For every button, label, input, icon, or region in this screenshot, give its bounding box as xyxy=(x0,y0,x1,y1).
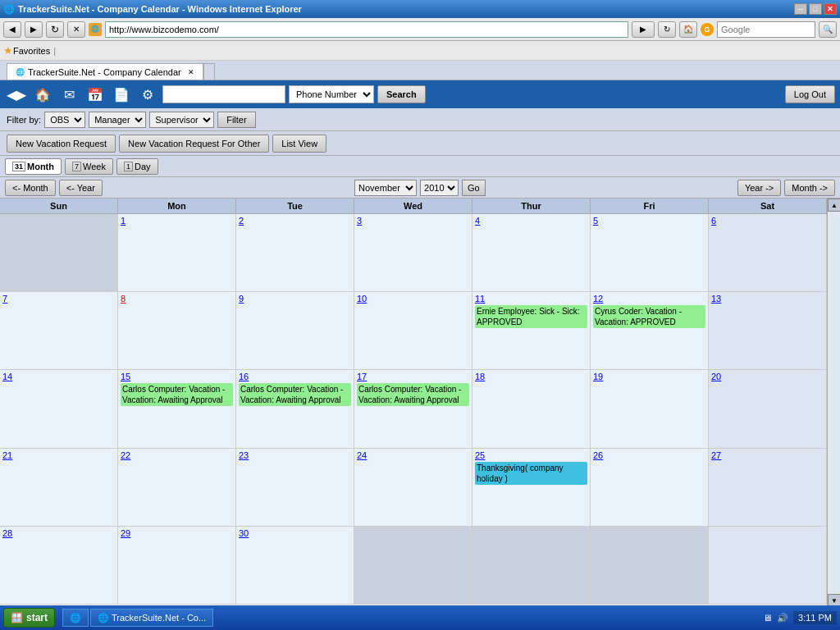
cal-date-link[interactable]: 4 xyxy=(475,216,480,226)
toolbar-icon-expand[interactable]: ◀▶ xyxy=(5,83,28,106)
calendar-wrapper: Sun Mon Tue Wed Thur Fri Sat 12345678910… xyxy=(0,199,827,607)
cal-date-link[interactable]: 22 xyxy=(121,450,130,460)
list-view-btn[interactable]: List View xyxy=(272,135,326,153)
new-vacation-other-btn[interactable]: New Vacation Request For Other xyxy=(119,135,269,153)
cal-date-link[interactable]: 9 xyxy=(239,294,244,304)
cal-date-link[interactable]: 20 xyxy=(711,372,721,381)
cal-cell: 30 xyxy=(236,527,354,605)
new-tab-btn[interactable] xyxy=(203,63,215,80)
toolbar-icon-home[interactable]: 🏠 xyxy=(31,83,54,106)
cal-date-link[interactable]: 24 xyxy=(357,450,367,460)
cal-date-link[interactable]: 11 xyxy=(475,294,485,304)
cal-date-link[interactable]: 7 xyxy=(2,294,7,304)
cal-date-link[interactable]: 21 xyxy=(2,450,12,460)
cal-cell: 5 xyxy=(591,214,709,292)
toolbar-icon-doc[interactable]: 📄 xyxy=(110,83,133,106)
cal-event[interactable]: Cyrus Coder: Vacation - Vacation: APPROV… xyxy=(593,305,705,328)
cal-date-link[interactable]: 29 xyxy=(121,528,130,538)
toolbar-icon-settings[interactable]: ⚙ xyxy=(136,83,159,106)
month-view-tab[interactable]: 31 Month xyxy=(5,158,62,175)
filter-bar: Filter by: OBS Manager Supervisor Filter xyxy=(0,108,840,131)
cal-date-link[interactable]: 3 xyxy=(357,216,362,226)
obs-select[interactable]: OBS xyxy=(44,112,85,128)
prev-month-btn[interactable]: <- Month xyxy=(5,180,56,196)
stop-btn[interactable]: ✕ xyxy=(67,21,85,38)
supervisor-select[interactable]: Supervisor xyxy=(149,112,214,128)
restore-btn[interactable]: □ xyxy=(809,3,822,15)
month-icon: 31 xyxy=(12,162,25,171)
cal-date-link[interactable]: 5 xyxy=(593,216,598,226)
cal-date-link[interactable]: 28 xyxy=(2,528,12,538)
start-button[interactable]: 🪟 start xyxy=(3,608,55,628)
new-vacation-btn[interactable]: New Vacation Request xyxy=(7,135,116,153)
cal-date-link[interactable]: 30 xyxy=(239,528,249,538)
forward-btn[interactable]: ▶ xyxy=(25,21,43,38)
day-view-tab[interactable]: 1 Day xyxy=(116,158,158,175)
filter-button[interactable]: Filter xyxy=(217,112,255,128)
toolbar-icon-mail[interactable]: ✉ xyxy=(57,83,80,106)
cal-cell: 8 xyxy=(118,292,236,370)
cal-date-link[interactable]: 2 xyxy=(239,216,244,226)
cal-cell: 11Ernie Employee: Sick - Sick: APPROVED xyxy=(472,292,591,370)
go-btn[interactable]: Go xyxy=(462,180,486,196)
cal-date-link[interactable]: 18 xyxy=(475,372,485,381)
cal-date-link[interactable]: 12 xyxy=(593,294,603,304)
refresh-btn[interactable]: ↻ xyxy=(46,21,64,38)
browser-search-btn[interactable]: 🔍 xyxy=(819,21,837,38)
week-view-tab[interactable]: 7 Week xyxy=(65,158,113,175)
refresh-btn2[interactable]: ↻ xyxy=(658,21,676,38)
search-type-dropdown[interactable]: Phone Number xyxy=(289,85,374,103)
home-btn[interactable]: 🏠 xyxy=(679,21,697,38)
cal-date-link[interactable]: 8 xyxy=(121,294,126,304)
cal-event[interactable]: Carlos Computer: Vacation - Vacation: Aw… xyxy=(121,383,233,406)
toolbar-search-input[interactable] xyxy=(162,85,285,103)
view-tab-bar: 31 Month 7 Week 1 Day xyxy=(0,156,840,177)
browser-search-input[interactable] xyxy=(717,21,815,38)
next-year-btn[interactable]: Year -> xyxy=(737,180,781,196)
cal-date-link[interactable]: 13 xyxy=(711,294,721,304)
year-select[interactable]: 2010 20092011 xyxy=(420,180,459,196)
go-btn[interactable]: ▶ xyxy=(632,21,655,38)
cal-date-link[interactable]: 15 xyxy=(121,372,130,381)
cal-cell: 26 xyxy=(591,449,709,527)
search-button[interactable]: Search xyxy=(377,85,426,103)
cal-date-link[interactable]: 10 xyxy=(357,294,367,304)
logout-button[interactable]: Log Out xyxy=(785,85,835,103)
toolbar-icon-calendar[interactable]: 📅 xyxy=(84,83,107,106)
taskbar-ie-icon[interactable]: 🌐 xyxy=(62,609,89,627)
address-bar[interactable] xyxy=(105,21,628,38)
cal-date-link[interactable]: 27 xyxy=(711,450,721,460)
month-select[interactable]: November JanuaryFebruaryMarch AprilMayJu… xyxy=(354,180,417,196)
cal-event[interactable]: Carlos Computer: Vacation - Vacation: Aw… xyxy=(357,383,469,406)
cal-date-link[interactable]: 14 xyxy=(2,372,12,381)
cal-date-link[interactable]: 1 xyxy=(121,216,126,226)
start-label: start xyxy=(26,612,48,623)
browser-tab-1[interactable]: 🌐 TrackerSuite.Net - Company Calendar ✕ xyxy=(7,63,203,80)
cal-event[interactable]: Ernie Employee: Sick - Sick: APPROVED xyxy=(475,305,587,328)
back-btn[interactable]: ◀ xyxy=(3,21,21,38)
scroll-track xyxy=(828,212,840,594)
cal-date-link[interactable]: 17 xyxy=(357,372,367,381)
cal-cell: 19 xyxy=(591,370,709,448)
minimize-btn[interactable]: ─ xyxy=(794,3,807,15)
cal-date-link[interactable]: 23 xyxy=(239,450,249,460)
favorites-btn[interactable]: Favorites xyxy=(13,46,50,56)
next-month-btn[interactable]: Month -> xyxy=(784,180,835,196)
cal-date-link[interactable]: 26 xyxy=(593,450,603,460)
cal-date-link[interactable]: 16 xyxy=(239,372,249,381)
scrollbar[interactable]: ▲ ▼ xyxy=(827,199,840,607)
cal-date-link[interactable]: 6 xyxy=(711,216,716,226)
header-thur: Thur xyxy=(472,199,591,213)
manager-select[interactable]: Manager xyxy=(89,112,146,128)
cal-date-link[interactable]: 25 xyxy=(475,450,485,460)
cal-event[interactable]: Carlos Computer: Vacation - Vacation: Aw… xyxy=(239,383,351,406)
cal-date-link[interactable]: 19 xyxy=(593,372,603,381)
taskbar-app-item[interactable]: 🌐 TrackerSuite.Net - Co... xyxy=(90,609,213,627)
header-wed: Wed xyxy=(354,199,472,213)
cal-event[interactable]: Thanksgiving( company holiday ) xyxy=(475,462,587,485)
close-btn[interactable]: ✕ xyxy=(824,3,837,15)
header-sun: Sun xyxy=(0,199,118,213)
scroll-up-btn[interactable]: ▲ xyxy=(828,199,840,212)
cal-cell xyxy=(354,527,472,605)
prev-year-btn[interactable]: <- Year xyxy=(59,180,103,196)
